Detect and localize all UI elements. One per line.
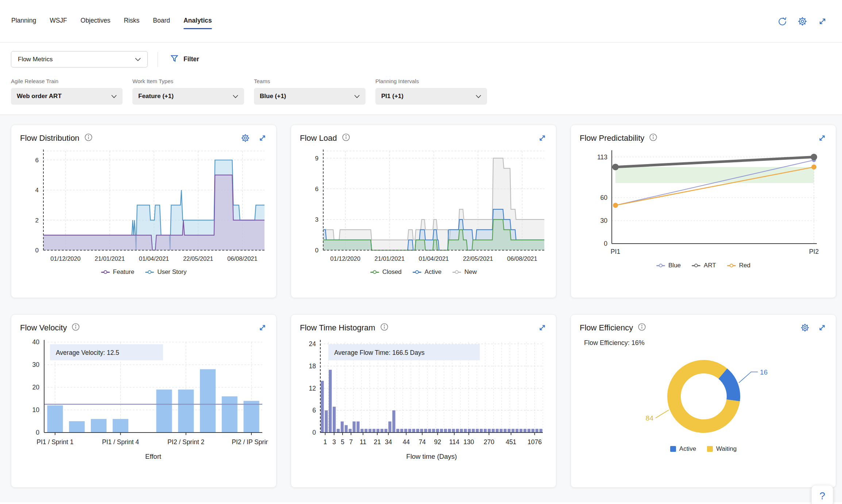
chart-expand-icon[interactable] (258, 133, 267, 143)
svg-text:Average Flow Time: 166.5 Days: Average Flow Time: 166.5 Days (334, 349, 425, 356)
histogram-bar (460, 429, 463, 433)
histogram-bar (436, 429, 439, 433)
svg-text:30: 30 (32, 361, 40, 368)
expand-icon[interactable] (818, 16, 827, 26)
velocity-bar (178, 389, 194, 433)
work-item-types-select[interactable]: Feature (+1) (132, 88, 244, 105)
tab-analytics[interactable]: Analytics (184, 13, 212, 29)
svg-text:01/12/2020: 01/12/2020 (50, 255, 81, 262)
histogram-bar (472, 429, 475, 433)
filter-button[interactable]: Filter (168, 54, 201, 65)
legend-item-feature[interactable]: Feature (101, 268, 135, 276)
histogram-bar (333, 407, 336, 433)
velocity-bar (222, 396, 237, 433)
legend-item-active[interactable]: Active (413, 268, 441, 276)
card-flow-load: Flow Load 01/12/202021/01/202101/04/2021… (291, 125, 556, 298)
histogram-bar (524, 429, 526, 433)
chart-expand-icon[interactable] (817, 323, 827, 333)
svg-text:5: 5 (341, 438, 344, 446)
legend-item-closed[interactable]: Closed (370, 268, 402, 276)
histogram-bar (464, 429, 467, 433)
histogram-bar (408, 429, 411, 433)
histogram-bar (476, 429, 479, 433)
info-icon[interactable] (638, 323, 646, 333)
legend-item-active[interactable]: Active (670, 445, 696, 453)
metrics-toolbar: Flow Metrics Filter (0, 43, 842, 73)
tab-planning[interactable]: Planning (11, 13, 36, 29)
svg-text:6: 6 (35, 157, 39, 164)
chart-expand-icon[interactable] (537, 133, 547, 143)
legend-item-red[interactable]: Red (727, 262, 750, 269)
histogram-bar (404, 429, 407, 433)
histogram-bar (388, 422, 391, 433)
art-select[interactable]: Web order ART (11, 88, 123, 105)
art-select-value: Web order ART (17, 93, 62, 100)
svg-text:130: 130 (463, 438, 474, 446)
svg-text:PI2 / Sprint 2: PI2 / Sprint 2 (167, 438, 204, 446)
svg-text:0: 0 (604, 240, 607, 247)
tab-objectives[interactable]: Objectives (81, 13, 111, 29)
info-icon[interactable] (380, 323, 389, 333)
divider (158, 52, 158, 67)
info-icon[interactable] (72, 323, 80, 333)
svg-text:PI2 / IP Sprint: PI2 / IP Sprint (232, 438, 268, 446)
card-title: Flow Load (300, 133, 337, 143)
histogram-bar (515, 429, 518, 433)
velocity-bar (47, 406, 63, 433)
help-button[interactable]: ? (811, 485, 833, 504)
flow-efficiency-legend: ActiveWaiting (580, 445, 827, 453)
histogram-bar (381, 429, 383, 433)
svg-text:113: 113 (597, 154, 607, 161)
chevron-down-icon (111, 93, 117, 100)
svg-text:21/01/2021: 21/01/2021 (375, 255, 405, 262)
legend-item-art[interactable]: ART (692, 262, 716, 269)
gear-icon[interactable] (797, 16, 807, 26)
legend-item-waiting[interactable]: Waiting (707, 445, 737, 453)
chart-settings-icon[interactable] (800, 323, 810, 333)
histogram-bar (432, 429, 435, 433)
info-icon[interactable] (342, 133, 350, 143)
refresh-icon[interactable] (777, 16, 787, 26)
chart-expand-icon[interactable] (817, 133, 827, 143)
histogram-bar (352, 422, 355, 433)
svg-text:84: 84 (646, 414, 654, 422)
teams-select[interactable]: Blue (+1) (254, 88, 366, 105)
filter-label: Agile Release Train (11, 78, 123, 84)
histogram-bar (444, 429, 447, 433)
metric-selector[interactable]: Flow Metrics (11, 51, 148, 67)
svg-text:21/01/2021: 21/01/2021 (95, 255, 125, 262)
tab-wsjf[interactable]: WSJF (50, 13, 67, 29)
histogram-bar (511, 429, 514, 433)
histogram-bar (456, 429, 459, 433)
card-flow-efficiency: Flow Efficiency Flow Efficiency: 16% 168… (571, 314, 836, 488)
filter-label: Planning Intervals (375, 78, 487, 84)
info-icon[interactable] (84, 133, 93, 143)
svg-text:24: 24 (309, 340, 316, 348)
teams-select-value: Blue (+1) (260, 93, 286, 100)
histogram-bar (532, 429, 534, 433)
chart-expand-icon[interactable] (258, 323, 267, 333)
svg-text:PI1: PI1 (611, 248, 620, 255)
svg-text:0: 0 (315, 247, 318, 254)
tab-board[interactable]: Board (153, 13, 170, 29)
svg-text:0: 0 (312, 429, 316, 436)
svg-text:06/08/2021: 06/08/2021 (507, 255, 537, 262)
svg-text:06/08/2021: 06/08/2021 (227, 255, 258, 262)
planning-intervals-select[interactable]: PI1 (+1) (375, 88, 487, 105)
work-item-types-select-value: Feature (+1) (138, 93, 174, 100)
legend-item-new[interactable]: New (452, 268, 477, 276)
chart-settings-icon[interactable] (240, 133, 250, 143)
card-flow-distribution: Flow Distribution 01/12/202021/01/202101… (11, 125, 277, 298)
histogram-bar (496, 429, 499, 433)
flow-predictability-legend: BlueARTRed (580, 262, 827, 269)
legend-item-user-story[interactable]: User Story (145, 268, 186, 276)
info-icon[interactable] (649, 133, 657, 143)
svg-text:40: 40 (32, 338, 40, 346)
chevron-down-icon (354, 93, 360, 100)
svg-text:11: 11 (360, 438, 366, 446)
chart-expand-icon[interactable] (537, 323, 547, 333)
histogram-bar (503, 429, 506, 433)
svg-text:12: 12 (309, 385, 316, 392)
legend-item-blue[interactable]: Blue (656, 262, 681, 269)
tab-risks[interactable]: Risks (124, 13, 139, 29)
